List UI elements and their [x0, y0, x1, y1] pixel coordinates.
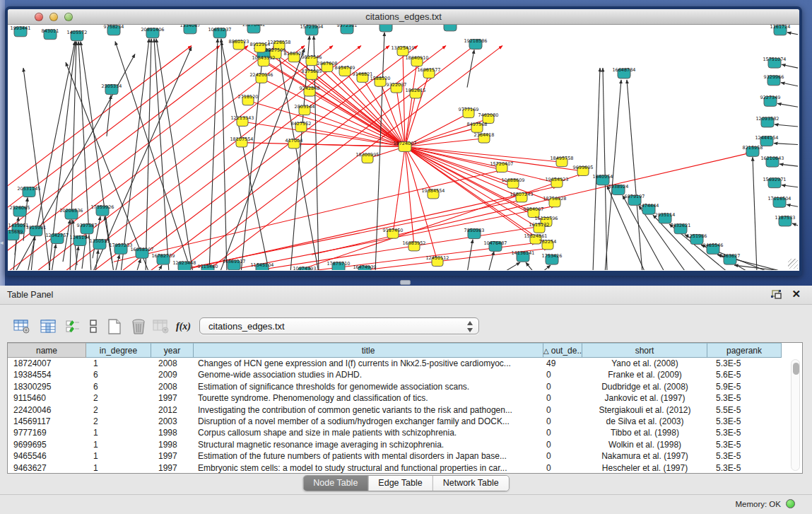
graph-edge[interactable]: [627, 80, 642, 270]
graph-edge[interactable]: [467, 240, 473, 270]
table-row[interactable]: 1938455462009Genome-wide association stu…: [8, 369, 802, 380]
column-header-title[interactable]: title: [194, 343, 543, 358]
graph-edge[interactable]: [93, 47, 192, 270]
function-builder-icon[interactable]: f(x): [174, 317, 193, 336]
float-panel-icon[interactable]: [770, 289, 782, 300]
table-cell: 9777169: [8, 427, 86, 438]
table-row[interactable]: 1830029562008Estimation of significance …: [8, 381, 802, 392]
select-columns-icon[interactable]: [38, 317, 57, 336]
graph-node-label: 20206536: [59, 208, 83, 214]
graph-edge[interactable]: [158, 265, 162, 270]
graph-edge[interactable]: [603, 68, 607, 270]
graph-edge[interactable]: [792, 223, 798, 226]
table-row[interactable]: 911546021997Tourette syndrome. Phenomeno…: [8, 392, 802, 404]
table-cell: 0: [543, 427, 582, 438]
graph-edge[interactable]: [115, 255, 119, 270]
column-header-name[interactable]: name: [8, 343, 86, 358]
table-panel: Table Panel ✕: [0, 286, 812, 514]
table-cell: 1: [86, 358, 151, 369]
graph-node-label: 7632621: [671, 223, 691, 228]
graph-node-label: 12226058: [267, 40, 290, 45]
citation-edge[interactable]: [163, 46, 474, 270]
graph-edge[interactable]: [787, 33, 798, 35]
table-cell: 1: [86, 450, 151, 462]
graph-node-label: 9115460: [198, 264, 218, 269]
graph-edge[interactable]: [782, 185, 798, 187]
tab-node-table[interactable]: Node Table: [303, 476, 367, 491]
tab-edge-table[interactable]: Edge Table: [367, 476, 432, 491]
graph-edge[interactable]: [526, 262, 534, 270]
graph-edge[interactable]: [375, 33, 384, 270]
graph-edge[interactable]: [753, 157, 757, 270]
table-header-row: namein_degreeyeartitle△out_de...shortpag…: [8, 343, 802, 358]
memory-status-label: Memory: OK: [735, 500, 781, 508]
graph-node-label: 12923448: [172, 260, 196, 266]
graph-edge[interactable]: [782, 64, 798, 68]
graph-edge[interactable]: [787, 204, 798, 206]
column-header-in_degree[interactable]: in_degree: [86, 343, 151, 358]
delete-column-icon[interactable]: [129, 317, 148, 336]
graph-edge[interactable]: [241, 59, 262, 270]
graph-node-label: 16648784: [612, 67, 635, 73]
graph-node[interactable]: [444, 25, 457, 31]
delete-table-icon[interactable]: [151, 317, 170, 336]
table-select[interactable]: citations_edges.txt: [199, 317, 479, 334]
graph-edge[interactable]: [777, 103, 798, 107]
graph-edge[interactable]: [781, 83, 798, 86]
graph-node-label: 18495758: [550, 156, 573, 161]
table-scrollbar[interactable]: [791, 359, 800, 471]
graph-node-label: 8938924: [608, 184, 629, 189]
memory-status-icon[interactable]: [786, 499, 795, 508]
table-row[interactable]: 946554611997Estimation of the future num…: [8, 450, 802, 462]
graph-node-label: 14569117: [222, 259, 245, 264]
table-row[interactable]: 1872400712008Changes of HCN gene express…: [8, 358, 802, 369]
graph-edge[interactable]: [774, 144, 798, 145]
table-row[interactable]: 2242004622012Investigating the contribut…: [8, 404, 802, 416]
graph-node-label: 18807243: [510, 192, 533, 197]
scrollbar-thumb[interactable]: [793, 363, 799, 375]
citation-edge[interactable]: [8, 46, 220, 270]
graph-edge[interactable]: [541, 265, 551, 270]
graph-edge[interactable]: [502, 262, 520, 270]
graph-edge[interactable]: [146, 39, 151, 270]
graph-edge[interactable]: [488, 251, 494, 270]
graph-node-label: 15751074: [763, 57, 786, 62]
graph-edge[interactable]: [23, 197, 28, 240]
row-height-icon[interactable]: [83, 317, 102, 336]
table-cell: 5.3E-5: [707, 462, 782, 474]
window-titlebar[interactable]: citations_edges.txt: [8, 9, 799, 25]
column-header-short[interactable]: short: [582, 343, 707, 358]
graph-edge[interactable]: [209, 39, 218, 270]
column-header-out_de[interactable]: △out_de...: [543, 343, 582, 358]
graph-node-label: 8215958: [743, 146, 763, 151]
citation-edge[interactable]: [405, 147, 557, 183]
graph-edge[interactable]: [136, 259, 141, 270]
graph-edge[interactable]: [775, 124, 798, 127]
column-header-pagerank[interactable]: pagerank: [707, 343, 782, 358]
network-canvas[interactable]: 1993441843011140557297582342089140615340…: [8, 25, 799, 270]
graph-node-label: 18107554: [230, 136, 253, 142]
tab-network-table[interactable]: Network Table: [433, 476, 509, 491]
graph-edge[interactable]: [779, 164, 798, 166]
table-row[interactable]: 977716911998Corpus callosum shape and si…: [8, 427, 802, 438]
table-cell: 9463627: [8, 462, 86, 474]
table-cell: 5.3E-5: [707, 450, 782, 462]
table-options-icon[interactable]: [12, 317, 31, 336]
graph-node-label: 18300295: [355, 152, 379, 158]
window-resize-grip[interactable]: [788, 259, 798, 269]
graph-edge[interactable]: [593, 68, 600, 270]
table-row[interactable]: 969969511998Structural magnetic resonanc…: [8, 439, 802, 450]
graph-edge[interactable]: [23, 68, 50, 270]
table-cell: Nakamura et al. (1997): [582, 450, 707, 462]
close-panel-icon[interactable]: ✕: [792, 288, 801, 300]
graph-edge[interactable]: [467, 49, 474, 87]
citation-edge[interactable]: [405, 62, 417, 146]
new-column-icon[interactable]: [105, 317, 124, 336]
graph-node-label: 1993441: [11, 25, 31, 31]
column-checklist-icon[interactable]: [63, 317, 82, 336]
panel-resize-handle[interactable]: [400, 280, 411, 285]
column-header-year[interactable]: year: [151, 343, 194, 358]
table-row[interactable]: 1456911722003Disruption of a novel membe…: [8, 416, 802, 427]
collapse-panel-icon[interactable]: ◂: [0, 239, 4, 246]
table-row[interactable]: 946362711997Embryonic stem cells: a mode…: [8, 462, 802, 474]
